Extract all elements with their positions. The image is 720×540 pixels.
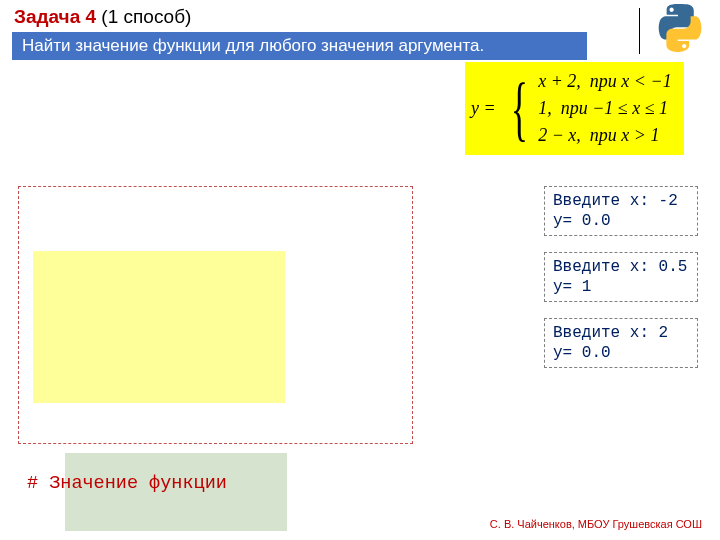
python-logo-icon [654, 4, 702, 56]
piecewise-formula: y = { x + 2, при x < −1 1, при −1 ≤ x ≤ … [465, 62, 684, 155]
out2-result: y= 1 [553, 277, 689, 297]
code-listing: # Значение функции x = float(input("Введ… [18, 186, 413, 444]
code-comment: # Значение функции [27, 473, 227, 494]
output-sample-2: Введите x: 0.5 y= 1 [544, 252, 698, 302]
out2-input: Введите x: 0.5 [553, 257, 689, 277]
footer-credit: С. В. Чайченков, МБОУ Грушевская СОШ [490, 518, 702, 530]
case3-expr: 2 − x, [538, 125, 581, 145]
case1-expr: x + 2, [538, 71, 581, 91]
out1-input: Введите x: -2 [553, 191, 689, 211]
case3-cond: при x > 1 [590, 125, 660, 145]
output-sample-1: Введите x: -2 y= 0.0 [544, 186, 698, 236]
title-prefix: Задача 4 [14, 6, 96, 27]
case2-cond: при −1 ≤ x ≤ 1 [561, 98, 668, 118]
header-divider [639, 8, 640, 54]
title-suffix: (1 способ) [96, 6, 191, 27]
slide-header: Задача 4 (1 способ) [0, 0, 720, 30]
brace-icon: { [510, 78, 527, 139]
out3-input: Введите x: 2 [553, 323, 689, 343]
out3-result: y= 0.0 [553, 343, 689, 363]
case1-cond: при x < −1 [590, 71, 672, 91]
formula-lhs: y = [471, 98, 496, 119]
highlight-outer [33, 251, 285, 403]
output-sample-3: Введите x: 2 y= 0.0 [544, 318, 698, 368]
out1-result: y= 0.0 [553, 211, 689, 231]
case2-expr: 1, [538, 98, 552, 118]
task-description: Найти значение функции для любого значен… [12, 32, 587, 60]
